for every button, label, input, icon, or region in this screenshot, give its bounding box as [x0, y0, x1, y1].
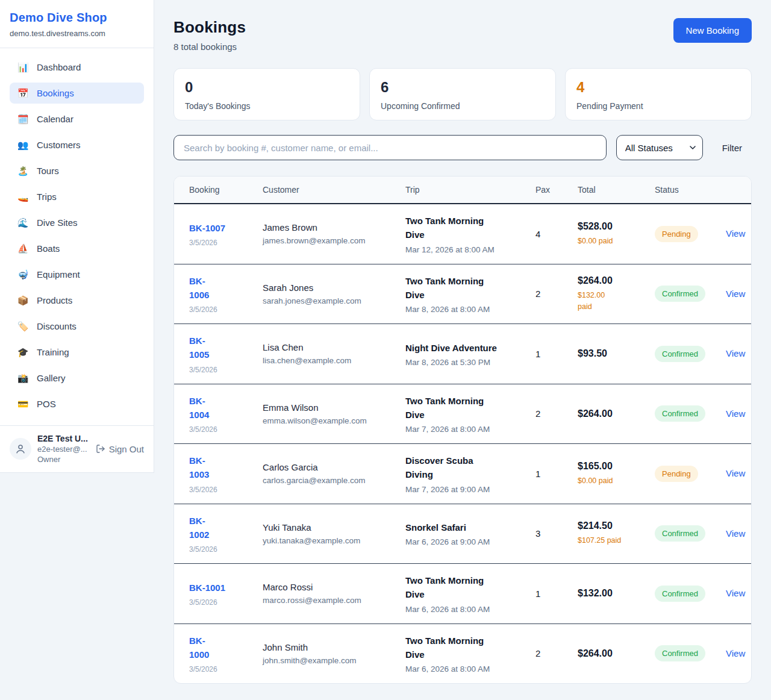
sidebar-item-bookings[interactable]: 📅 Bookings — [10, 83, 144, 104]
booking-created-date: 3/5/2026 — [189, 425, 251, 434]
trip-cell: Snorkel Safari Mar 6, 2026 at 9:00 AM — [399, 504, 529, 564]
sidebar-item-label: Equipment — [37, 269, 80, 280]
status-badge: Pending — [655, 226, 698, 242]
pax-cell: 3 — [529, 504, 572, 564]
view-link[interactable]: View — [726, 289, 745, 299]
view-link[interactable]: View — [726, 468, 745, 478]
user-role: Owner — [37, 455, 90, 464]
table-row: BK- 1002 3/5/2026 Yuki Tanaka yuki.tanak… — [174, 504, 752, 564]
sidebar-item-pos[interactable]: 💳 POS — [10, 393, 144, 414]
stat-card-todays-bookings: 0 Today's Bookings — [173, 68, 360, 120]
status-cell: Confirmed — [649, 384, 720, 444]
booking-link[interactable]: BK- 1004 — [189, 394, 209, 422]
gallery-icon: 📸 — [17, 373, 29, 383]
col-customer: Customer — [257, 177, 399, 204]
avatar — [10, 438, 31, 460]
paid-amount: $0.00 paid — [578, 475, 643, 487]
trip-cell: Two Tank Morning Dive Mar 6, 2026 at 8:0… — [399, 623, 529, 683]
sidebar-item-tours[interactable]: 🏝️ Tours — [10, 160, 144, 181]
total-amount: $528.00 — [578, 221, 643, 232]
booking-link[interactable]: BK-1007 — [189, 221, 225, 235]
booking-cell: BK- 1004 3/5/2026 — [174, 384, 257, 444]
page-subtitle: 8 total bookings — [173, 42, 246, 52]
total-amount: $214.50 — [578, 520, 643, 531]
sidebar-item-discounts[interactable]: 🏷️ Discounts — [10, 316, 144, 337]
sidebar-item-dive-sites[interactable]: 🌊 Dive Sites — [10, 212, 144, 233]
view-link[interactable]: View — [726, 588, 745, 598]
trip-date: Mar 6, 2026 at 8:00 AM — [405, 605, 523, 614]
search-input[interactable] — [173, 135, 607, 160]
sidebar-item-boats[interactable]: ⛵ Boats — [10, 238, 144, 259]
booking-link[interactable]: BK- 1006 — [189, 274, 209, 302]
status-select[interactable]: All Statuses — [616, 135, 703, 160]
sidebar-item-label: Gallery — [37, 373, 66, 383]
col-total: Total — [572, 177, 649, 204]
col-booking: Booking — [174, 177, 257, 204]
sidebar-item-gallery[interactable]: 📸 Gallery — [10, 367, 144, 389]
trip-cell: Night Dive Adventure Mar 8, 2026 at 5:30… — [399, 324, 529, 384]
view-link[interactable]: View — [726, 348, 745, 358]
booking-link[interactable]: BK- 1005 — [189, 334, 209, 362]
view-link[interactable]: View — [726, 528, 745, 539]
equipment-icon: 🤿 — [17, 270, 29, 279]
customer-cell: Marco Rossi marco.rossi@example.com — [257, 564, 399, 624]
tours-icon: 🏝️ — [17, 166, 29, 175]
pax-cell: 2 — [529, 384, 572, 444]
booking-link[interactable]: BK-1001 — [189, 581, 225, 595]
view-link[interactable]: View — [726, 648, 745, 658]
total-amount: $264.00 — [578, 408, 643, 419]
booking-created-date: 3/5/2026 — [189, 239, 251, 247]
sidebar-item-label: Customers — [37, 140, 81, 150]
booking-created-date: 3/5/2026 — [189, 305, 251, 314]
paid-amount: $132.00 paid — [578, 290, 643, 313]
customer-email: lisa.chen@example.com — [263, 356, 393, 365]
training-icon: 🎓 — [17, 348, 29, 357]
filter-button[interactable]: Filter — [713, 143, 752, 153]
stat-card-upcoming-confirmed: 6 Upcoming Confirmed — [369, 68, 556, 120]
actions-cell: View — [720, 444, 752, 504]
col-actions — [720, 177, 752, 204]
sidebar-item-products[interactable]: 📦 Products — [10, 290, 144, 311]
pax-cell: 2 — [529, 264, 572, 324]
status-badge: Pending — [655, 466, 698, 482]
customer-email: emma.wilson@example.com — [263, 416, 393, 425]
total-amount: $264.00 — [578, 275, 643, 286]
sidebar-item-customers[interactable]: 👥 Customers — [10, 134, 144, 155]
status-cell: Confirmed — [649, 264, 720, 324]
actions-cell: View — [720, 504, 752, 564]
booking-cell: BK-1001 3/5/2026 — [174, 564, 257, 624]
table-row: BK-1007 3/5/2026 James Brown james.brown… — [174, 204, 752, 264]
paid-amount: $0.00 paid — [578, 236, 643, 247]
sidebar-item-training[interactable]: 🎓 Training — [10, 342, 144, 363]
main-content: Bookings 8 total bookings New Booking 0 … — [154, 0, 771, 700]
actions-cell: View — [720, 564, 752, 624]
customer-email: james.brown@example.com — [263, 236, 393, 245]
products-icon: 📦 — [17, 296, 29, 305]
booking-link[interactable]: BK- 1000 — [189, 634, 209, 662]
sign-out-button[interactable]: Sign Out — [96, 444, 144, 454]
new-booking-button[interactable]: New Booking — [673, 18, 752, 43]
calendar-icon: 🗓️ — [17, 114, 29, 123]
sign-out-icon — [96, 444, 105, 454]
sidebar-item-label: Dive Sites — [37, 217, 78, 228]
status-badge: Confirmed — [655, 346, 705, 362]
total-cell: $264.00 — [572, 384, 649, 444]
sidebar-item-equipment[interactable]: 🤿 Equipment — [10, 264, 144, 285]
brand-header: Demo Dive Shop demo.test.divestreams.com — [0, 0, 154, 48]
booking-link[interactable]: BK- 1003 — [189, 454, 209, 482]
trip-date: Mar 12, 2026 at 8:00 AM — [405, 245, 523, 254]
customer-email: sarah.jones@example.com — [263, 296, 393, 305]
view-link[interactable]: View — [726, 228, 745, 239]
sidebar-item-calendar[interactable]: 🗓️ Calendar — [10, 108, 144, 130]
booking-created-date: 3/5/2026 — [189, 486, 251, 494]
booking-created-date: 3/5/2026 — [189, 665, 251, 673]
trips-icon: 🚤 — [17, 192, 29, 201]
trip-date: Mar 7, 2026 at 9:00 AM — [405, 485, 523, 494]
sidebar-item-dashboard[interactable]: 📊 Dashboard — [10, 57, 144, 78]
sidebar-item-label: Discounts — [37, 321, 76, 331]
status-badge: Confirmed — [655, 525, 705, 542]
sidebar-item-trips[interactable]: 🚤 Trips — [10, 186, 144, 207]
booking-link[interactable]: BK- 1002 — [189, 514, 209, 542]
brand-name: Demo Dive Shop — [10, 11, 144, 25]
view-link[interactable]: View — [726, 408, 745, 419]
